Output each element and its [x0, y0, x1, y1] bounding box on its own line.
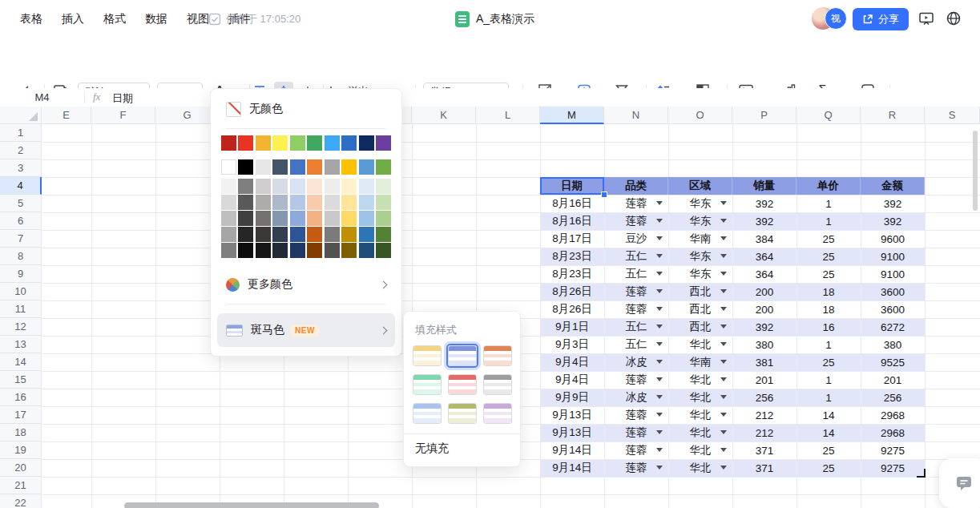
table-cell[interactable]: 华北	[668, 336, 732, 353]
table-cell[interactable]: 1	[797, 212, 861, 230]
color-swatch-#ededed[interactable]	[325, 179, 340, 194]
color-swatch-#e7e6e6[interactable]	[256, 159, 271, 175]
select-all-corner[interactable]	[0, 107, 42, 124]
color-swatch-#8eaadb[interactable]	[290, 211, 305, 226]
feedback-chat-button[interactable]	[939, 458, 980, 508]
cell-dropdown-arrow[interactable]	[656, 236, 663, 240]
table-cell[interactable]: 8月23日	[540, 248, 604, 265]
color-swatch-#aeabab[interactable]	[256, 195, 271, 210]
table-cell[interactable]: 25	[797, 248, 861, 265]
share-button[interactable]: 分享	[853, 8, 909, 30]
color-swatch-#70ad47[interactable]	[376, 159, 391, 175]
table-cell[interactable]: 18	[797, 300, 861, 318]
color-swatch-#333f50[interactable]	[272, 227, 288, 242]
table-cell[interactable]: 莲蓉	[604, 300, 668, 318]
color-swatch-#2e6dc4[interactable]	[341, 135, 357, 151]
cell-dropdown-arrow[interactable]	[720, 307, 727, 311]
table-cell[interactable]: 256	[861, 389, 925, 406]
selection-fill-handle[interactable]	[601, 192, 607, 198]
fill-style-thumb-7[interactable]	[448, 403, 477, 424]
color-swatch-#3b3838[interactable]	[256, 227, 271, 242]
color-swatch-#f7cbac[interactable]	[307, 195, 322, 210]
no-color-option[interactable]: 无颜色	[211, 98, 401, 120]
cell-dropdown-arrow[interactable]	[656, 430, 663, 434]
table-cell[interactable]: 2968	[861, 424, 925, 441]
table-cell[interactable]: 392	[732, 212, 797, 230]
table-cell[interactable]: 392	[861, 195, 925, 212]
table-cell[interactable]: 华北	[668, 406, 732, 424]
cell-dropdown-arrow[interactable]	[656, 272, 663, 276]
color-swatch-#548235[interactable]	[376, 227, 391, 242]
row-header-11[interactable]: 11	[0, 300, 42, 318]
row-header-7[interactable]: 7	[0, 230, 42, 248]
color-swatch-#4472c4[interactable]	[290, 159, 305, 175]
table-cell[interactable]: 8月26日	[540, 283, 604, 300]
cell-dropdown-arrow[interactable]	[656, 307, 663, 311]
color-swatch-#ffe599[interactable]	[341, 195, 357, 210]
table-cell[interactable]: 16	[797, 318, 861, 336]
table-cell[interactable]: 莲蓉	[604, 195, 668, 212]
cell-dropdown-arrow[interactable]	[656, 325, 663, 329]
table-cell[interactable]: 380	[732, 336, 797, 353]
column-header-L[interactable]: L	[476, 107, 540, 124]
cell-dropdown-arrow[interactable]	[720, 413, 727, 417]
color-swatch-#41a85f[interactable]	[307, 135, 322, 151]
color-swatch-#fff2cc[interactable]	[341, 179, 357, 194]
table-cell[interactable]: 9月9日	[540, 389, 604, 406]
table-cell[interactable]: 6272	[861, 318, 925, 336]
color-swatch-#f3b52f[interactable]	[256, 135, 271, 151]
table-cell[interactable]: 8月16日	[540, 212, 604, 230]
table-cell[interactable]: 莲蓉	[604, 283, 668, 300]
fill-style-thumb-1[interactable]	[448, 345, 477, 366]
table-cell[interactable]: 9月3日	[540, 336, 604, 353]
cell-dropdown-arrow[interactable]	[720, 289, 727, 293]
cell-dropdown-arrow[interactable]	[656, 254, 663, 258]
table-cell[interactable]: 25	[797, 459, 861, 477]
column-header-K[interactable]: K	[412, 107, 476, 124]
table-cell[interactable]: 8月16日	[540, 195, 604, 212]
table-cell[interactable]: 1	[797, 371, 861, 389]
table-cell[interactable]: 392	[732, 318, 797, 336]
table-cell[interactable]: 五仁	[604, 318, 668, 336]
color-swatch-#e2efda[interactable]	[376, 179, 391, 194]
color-swatch-#deebf7[interactable]	[359, 179, 374, 194]
menu-表格[interactable]: 表格	[20, 12, 42, 26]
table-cell[interactable]: 华北	[668, 389, 732, 406]
row-header-17[interactable]: 17	[0, 406, 42, 424]
table-cell[interactable]: 201	[732, 371, 797, 389]
no-fill-option[interactable]: 无填充	[415, 441, 449, 456]
table-cell[interactable]: 3600	[861, 300, 925, 318]
table-cell[interactable]: 五仁	[604, 265, 668, 283]
row-header-9[interactable]: 9	[0, 265, 42, 283]
table-cell[interactable]: 364	[732, 265, 797, 283]
table-cell[interactable]: 25	[797, 441, 861, 459]
color-swatch-#d9d9d9[interactable]	[221, 195, 236, 210]
column-header-E[interactable]: E	[42, 107, 91, 124]
table-cell[interactable]: 9月14日	[540, 441, 604, 459]
present-icon[interactable]	[918, 10, 934, 26]
fill-style-thumb-3[interactable]	[413, 374, 442, 395]
cell-dropdown-arrow[interactable]	[656, 377, 663, 381]
color-swatch-#c6e0b4[interactable]	[376, 195, 391, 210]
fill-style-thumb-2[interactable]	[483, 345, 512, 366]
color-swatch-#d6dce5[interactable]	[272, 179, 288, 194]
table-cell[interactable]: 华东	[668, 195, 732, 212]
table-cell[interactable]: 364	[732, 248, 797, 265]
table-cell[interactable]: 五仁	[604, 336, 668, 353]
color-swatch-#000000[interactable]	[238, 159, 253, 175]
color-swatch-#44546a[interactable]	[272, 159, 288, 175]
table-cell[interactable]: 381	[732, 353, 797, 371]
row-header-6[interactable]: 6	[0, 212, 42, 230]
color-swatch-#1f4e79[interactable]	[359, 243, 374, 258]
menu-数据[interactable]: 数据	[145, 12, 167, 26]
table-cell[interactable]: 2968	[861, 406, 925, 424]
color-swatch-#c55a11[interactable]	[307, 227, 322, 242]
color-swatch-#d0cece[interactable]	[256, 179, 271, 194]
table-cell[interactable]: 9600	[861, 230, 925, 248]
row-header-12[interactable]: 12	[0, 318, 42, 336]
color-swatch-#9dc3e6[interactable]	[359, 211, 374, 226]
color-swatch-#222a35[interactable]	[272, 243, 288, 258]
color-swatch-#595959[interactable]	[238, 195, 253, 210]
color-swatch-#fcf151[interactable]	[272, 135, 288, 151]
color-swatch-#2e75b6[interactable]	[359, 227, 374, 242]
